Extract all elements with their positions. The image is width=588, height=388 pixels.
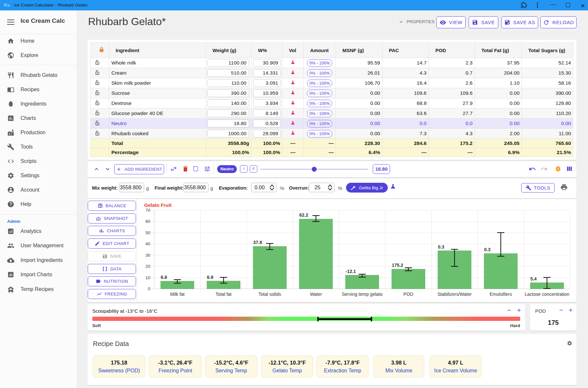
svg-text:-12.1: -12.1 bbox=[346, 269, 356, 274]
svg-text:Gelato Fruit: Gelato Fruit bbox=[144, 202, 172, 208]
svg-text:5.4: 5.4 bbox=[530, 276, 537, 281]
svg-text:6.9: 6.9 bbox=[207, 275, 214, 280]
svg-text:6.8: 6.8 bbox=[161, 275, 167, 280]
svg-text:0.3: 0.3 bbox=[438, 244, 445, 250]
svg-text:Water: Water bbox=[310, 292, 322, 297]
svg-text:20: 20 bbox=[145, 264, 150, 269]
svg-text:Serving temp gelato: Serving temp gelato bbox=[342, 292, 383, 297]
svg-text:70: 70 bbox=[145, 208, 150, 213]
svg-text:10: 10 bbox=[145, 275, 150, 280]
svg-text:60: 60 bbox=[145, 219, 150, 224]
svg-text:Total solids: Total solids bbox=[259, 292, 281, 297]
svg-text:POD: POD bbox=[403, 292, 413, 297]
svg-text:175.2: 175.2 bbox=[392, 263, 403, 268]
svg-text:Lactose concentration: Lactose concentration bbox=[525, 292, 569, 297]
svg-text:0: 0 bbox=[148, 286, 150, 291]
svg-text:40: 40 bbox=[145, 241, 150, 246]
svg-text:Stabilizers/Water: Stabilizers/Water bbox=[437, 292, 472, 297]
svg-text:50: 50 bbox=[145, 230, 150, 235]
svg-text:37.8: 37.8 bbox=[253, 240, 262, 245]
svg-text:Milk fat: Milk fat bbox=[170, 292, 185, 297]
svg-text:Total fat: Total fat bbox=[216, 292, 232, 297]
svg-text:0.3: 0.3 bbox=[484, 247, 491, 252]
svg-text:62.2: 62.2 bbox=[299, 212, 308, 218]
svg-text:30: 30 bbox=[145, 253, 150, 258]
svg-text:Emulsifiers: Emulsifiers bbox=[490, 292, 512, 297]
